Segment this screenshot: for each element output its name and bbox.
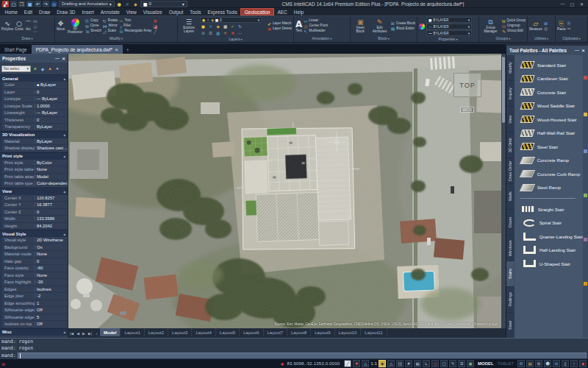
property-row[interactable]: Lineweight —ByLayer [0,110,68,117]
properties-panel-header[interactable]: Properties — ✕ [0,54,68,63]
coordinates-display[interactable]: 83.9098,-32.1353,0.0000 [287,361,340,366]
tab-geolocation[interactable]: Geolocation [240,8,274,15]
workspace-dropdown[interactable]: Drafting and Annotation [59,1,115,7]
group-manager-button[interactable]: Group Manager [481,19,501,34]
tab-start-page[interactable]: Start Page [0,45,32,54]
palette-tab-windows[interactable]: Windows [506,236,514,261]
id-point-icon[interactable] [544,26,548,31]
polyline-mode-icon[interactable]: ╱ [344,360,351,367]
property-value[interactable]: 0 [35,90,68,94]
3d-positioner-button[interactable]: 3D Positioner [66,18,84,35]
viewport-canvas[interactable]: TOP WCS Source: Esri, Maxar, GeoEye, Ear… [68,54,501,328]
section-header[interactable]: Visual Style [0,230,68,237]
property-row[interactable]: Width 133.5586 [0,216,68,223]
ungroup-button[interactable]: Ungroup [502,24,526,29]
tab-layout3[interactable]: Layout3 [168,328,192,336]
rotate-button[interactable]: Rotate [103,19,118,24]
close-panel-icon[interactable]: ✕ [62,56,65,61]
scrollbar-thumb[interactable] [502,57,505,123]
property-value[interactable]: -2 [35,294,68,298]
color-wheel-icon[interactable] [419,24,425,29]
layer-off-icon[interactable] [200,24,207,29]
property-value[interactable]: Off [35,308,68,312]
property-value[interactable]: 1 [35,301,68,305]
layer-walk-icon[interactable] [215,30,221,36]
tab-layout1[interactable]: Layout1 [121,328,144,336]
rectangular-array-button[interactable]: Rectangular Array [119,29,151,34]
tab-layout9[interactable]: Layout9 [311,328,334,336]
layer-off-all-icon[interactable] [229,30,236,36]
copy-button[interactable]: Copy [85,19,101,24]
more-layer-tools-icon[interactable] [237,30,243,36]
palette-tab-view[interactable]: View [506,107,514,132]
tab-aec[interactable]: AEC [274,8,290,15]
layer-lock-tool-icon[interactable] [215,24,221,29]
property-row[interactable]: Center X 120.8257 [0,195,68,202]
break-icon[interactable] [153,29,157,34]
select-objects-icon[interactable]: ● [54,66,60,71]
quick-group-button[interactable]: Quick Group [502,19,526,24]
tab-visualize[interactable]: Visualize [140,8,165,15]
property-value[interactable]: 84.2042 [35,224,68,228]
collapse-icon[interactable] [63,154,65,158]
property-row[interactable]: Print style ByColor [0,160,68,167]
model-space-label[interactable]: MODEL [478,361,494,366]
scale-ratio-label[interactable]: 1:1 [370,360,377,367]
polyline-button[interactable]: Polyline [1,21,13,32]
tab-layout5[interactable]: Layout5 [216,328,240,336]
lines-icon[interactable]: ☰ [458,360,465,367]
property-row[interactable]: Isolines on top Off [0,321,68,328]
share-icon[interactable]: ⧉ [535,360,542,367]
measure-button[interactable]: Measure [529,21,542,32]
insert-block-button[interactable]: Insert Block [352,19,368,34]
minimize-panel-icon[interactable]: — [575,48,579,53]
palette-tab-walls[interactable]: Walls [506,184,514,210]
circle-snap-icon[interactable]: ○ [431,360,439,367]
open-file-icon[interactable]: ❒ [18,1,25,7]
sheet-icon[interactable]: ▤ [526,360,534,367]
collapse-icon[interactable] [63,132,65,137]
tab-layout11[interactable]: Layout11 [361,328,387,336]
palette-tab-stairs[interactable]: Stairs [506,261,514,287]
color-dropdown[interactable]: BYLAYER [426,17,472,23]
tool-cantilever-stair[interactable]: Cantilever Stair [514,72,584,86]
tool-wood-housed-stair[interactable]: Wood-Housed Stair [514,113,584,127]
property-row[interactable]: Color ■ByLayer [0,82,68,89]
tab-home[interactable]: Home [1,8,21,15]
palette-tab-inquiry[interactable]: Inquiry [506,81,514,107]
property-row[interactable]: Material ByLayer [0,138,68,146]
property-row[interactable]: Center Z 0 [0,209,68,216]
tool-concrete-stair[interactable]: Concrete Stair [514,85,584,99]
undo-icon[interactable] [35,1,41,7]
tab-layout2[interactable]: Layout2 [145,328,168,336]
block-editor-button[interactable]: Block Editor [391,26,415,31]
tool-spiral-stair[interactable]: Spiral Stair [514,216,584,230]
view-cube-top[interactable]: TOP [453,73,481,97]
layers-panel-label[interactable]: Layers [178,37,293,42]
monitors-icon[interactable]: ⧉ [553,360,560,367]
property-value[interactable]: ByLayer [35,124,68,129]
property-row[interactable]: Edges Isolines [0,286,68,294]
cut-icon[interactable] [567,26,571,31]
multileader-button[interactable]: Multileader [304,29,328,34]
annotation-panel-label[interactable]: Annotation [294,36,350,42]
property-value[interactable]: -60 [35,266,68,270]
layer-thaw-icon[interactable] [124,1,131,7]
collapse-icon[interactable] [63,232,65,236]
draw-panel-label[interactable]: Draw [0,36,54,42]
tab-view[interactable]: View [123,8,140,15]
move-button[interactable]: Move [57,21,65,32]
property-row[interactable]: Linetype —ByLayer [0,96,68,103]
tab-insert[interactable]: Insert [79,8,97,15]
property-row[interactable]: Transparency ByLayer [0,124,68,131]
layer-delete-button[interactable]: Layer Delete [268,27,292,32]
property-row[interactable]: Face opacity -60 [0,265,68,272]
close-button[interactable]: ✕ [578,1,586,7]
close-panel-icon[interactable]: ✕ [581,48,585,53]
property-value[interactable]: 16.3877 [35,202,68,207]
layer-thaw-all-icon[interactable] [222,30,229,36]
circle-button[interactable]: Circle [15,21,24,32]
minimize-panel-icon[interactable]: — [55,56,60,61]
property-value[interactable]: ■ByLayer [35,82,68,87]
section-header[interactable]: Print style [0,152,68,160]
